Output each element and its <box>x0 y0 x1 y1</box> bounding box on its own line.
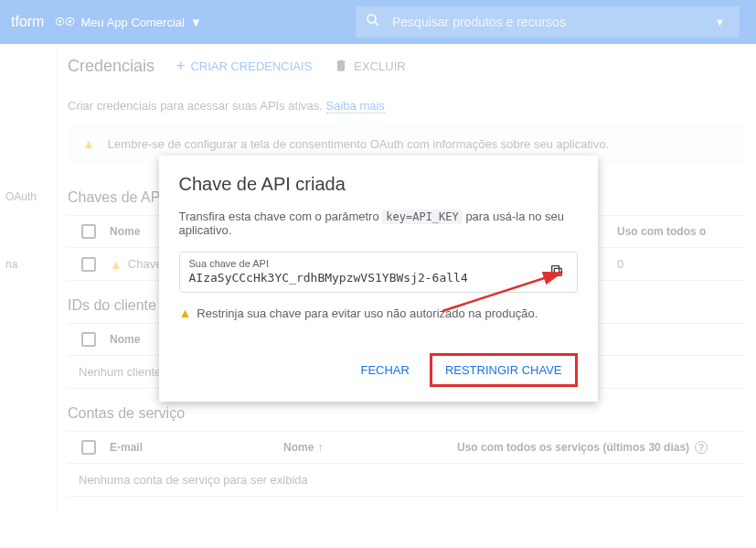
restrict-key-button[interactable]: RESTRINGIR CHAVE <box>430 353 578 387</box>
modal-actions: FECHAR RESTRINGIR CHAVE <box>179 353 578 387</box>
key-value[interactable]: AIzaSyCCcHk3YC_rdhBMypzwVS1YBWsj2-6all4 <box>189 271 568 285</box>
api-key-box: Sua chave de API AIzaSyCCcHk3YC_rdhBMypz… <box>179 252 578 293</box>
svg-rect-2 <box>554 268 561 275</box>
restrict-warning: ▲ Restrinja sua chave para evitar uso nã… <box>179 306 578 320</box>
copy-button[interactable] <box>549 263 568 282</box>
svg-rect-3 <box>551 265 559 273</box>
key-label: Sua chave de API <box>189 258 568 269</box>
copy-icon <box>549 263 564 278</box>
warning-icon: ▲ <box>179 306 192 320</box>
api-key-created-dialog: Chave de API criada Transfira esta chave… <box>159 156 598 402</box>
code-snippet: key=API_KEY <box>382 210 462 224</box>
modal-title: Chave de API criada <box>179 174 578 195</box>
modal-overlay: Chave de API criada Transfira esta chave… <box>0 0 756 548</box>
close-button[interactable]: FECHAR <box>349 356 420 384</box>
modal-description: Transfira esta chave com o parâmetro key… <box>179 210 578 237</box>
